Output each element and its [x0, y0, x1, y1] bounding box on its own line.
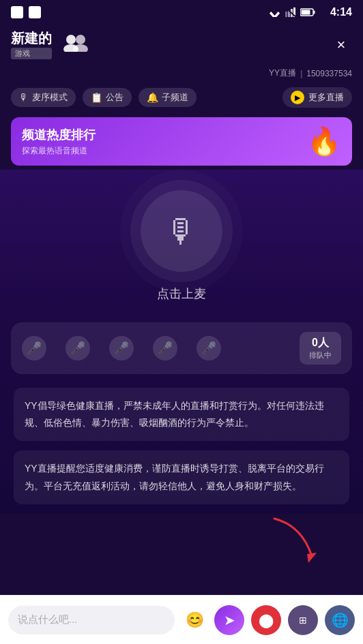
- tap-to-mic-text: 点击上麦: [157, 286, 206, 302]
- banner-subtitle: 探索最热语音频道: [22, 145, 96, 157]
- sub-header: YY直播 | 1509337534: [0, 66, 363, 83]
- queue-row: 🎤 🎤 🎤 🎤 🎤 0人 排队中: [11, 322, 352, 374]
- send-button[interactable]: ➤: [214, 605, 244, 635]
- send-icon: ➤: [224, 612, 235, 628]
- queue-mic-3[interactable]: 🎤: [109, 336, 134, 361]
- svg-marker-0: [270, 12, 280, 17]
- banner-text: 频道热度排行 探索最热语音频道: [22, 127, 96, 157]
- header: 新建的 游戏 ×: [0, 25, 363, 66]
- mic-mode-label: 麦序模式: [32, 91, 68, 104]
- mic-circle-button[interactable]: 🎙: [141, 190, 222, 272]
- mic-mode-button[interactable]: 🎙 麦序模式: [11, 88, 76, 107]
- channel-tag: 游戏: [11, 48, 52, 59]
- queue-info: 0人 排队中: [300, 332, 341, 365]
- emoji-button[interactable]: 😊: [182, 607, 207, 633]
- main-area: 🎙 点击上麦 🎤 🎤 🎤 🎤 🎤 0人 排队中 YY倡导绿色健康直播，严禁未成年…: [0, 170, 363, 514]
- notice-icon: 📋: [91, 92, 102, 103]
- status-square-2: [29, 6, 41, 18]
- mic-mode-icon: 🎙: [19, 92, 29, 103]
- wifi-icon: [269, 7, 281, 17]
- queue-mic-5[interactable]: 🎤: [197, 336, 221, 361]
- sub-header-divider: |: [300, 69, 302, 78]
- banner-area: 频道热度排行 探索最热语音频道 🔥: [0, 113, 363, 170]
- notice-block-2: YY直播提醒您适度健康消费，谨防直播时诱导打赏、脱离平台的交易行为。平台无充值返…: [14, 450, 349, 504]
- subchannel-button[interactable]: 🔔 子频道: [139, 88, 197, 107]
- svg-rect-7: [314, 11, 315, 14]
- status-left-icons: [11, 6, 41, 18]
- notice-text-1: YY倡导绿色健康直播，严禁未成年人的直播和打赏行为。对任何违法违规、低俗色情、暴…: [25, 400, 324, 428]
- svg-marker-13: [307, 553, 317, 563]
- chat-input-area[interactable]: 说点什么吧...: [8, 606, 175, 634]
- toolbar: 🎙 麦序模式 📋 公告 🔔 子频道 ▶ 更多直播: [0, 83, 363, 113]
- earth-icon: 🌐: [332, 612, 349, 628]
- signal-icon: [285, 7, 296, 17]
- notice-area: YY倡导绿色健康直播，严禁未成年人的直播和打赏行为。对任何违法违规、低俗色情、暴…: [11, 388, 352, 514]
- svg-point-9: [66, 35, 76, 44]
- earth-button[interactable]: 🌐: [325, 605, 355, 635]
- more-live-dot: ▶: [291, 91, 304, 104]
- yy-live-label: YY直播: [269, 67, 296, 79]
- queue-mics: 🎤 🎤 🎤 🎤 🎤: [22, 336, 221, 361]
- status-square-1: [11, 6, 23, 18]
- notice-block-1: YY倡导绿色健康直播，严禁未成年人的直播和打赏行为。对任何违法违规、低俗色情、暴…: [14, 388, 349, 441]
- status-bar: 4:14: [0, 0, 363, 25]
- channel-info: 新建的 游戏: [11, 30, 52, 59]
- svg-point-10: [76, 35, 85, 44]
- notice-text-2: YY直播提醒您适度健康消费，谨防直播时诱导打赏、脱离平台的交易行为。平台无充值返…: [25, 463, 324, 491]
- banner-card[interactable]: 频道热度排行 探索最热语音频道 🔥: [11, 117, 352, 166]
- arrow-overlay: [267, 512, 322, 569]
- svg-rect-1: [285, 12, 287, 17]
- user-group-icon[interactable]: [63, 33, 89, 57]
- header-left: 新建的 游戏: [11, 30, 89, 59]
- battery-icon: [300, 8, 315, 16]
- red-icon: ⬤: [259, 612, 274, 628]
- subchannel-label: 子频道: [162, 91, 188, 104]
- status-right-icons: [269, 7, 315, 17]
- channel-name: 新建的: [11, 30, 52, 46]
- banner-title: 频道热度排行: [22, 127, 96, 143]
- more-live-button[interactable]: ▶ 更多直播: [282, 87, 352, 108]
- red-button[interactable]: ⬤: [251, 605, 281, 635]
- mic-large-icon: 🎙: [165, 213, 198, 250]
- notice-button[interactable]: 📋 公告: [83, 88, 132, 107]
- grid-button[interactable]: ⊞: [288, 605, 318, 635]
- queue-count: 0人: [309, 336, 332, 350]
- close-button[interactable]: ×: [330, 34, 352, 56]
- notice-label: 公告: [106, 91, 124, 104]
- chat-placeholder: 说点什么吧...: [18, 613, 78, 626]
- bottom-bar: 说点什么吧... 😊 ➤ ⬤ ⊞ 🌐: [0, 595, 363, 644]
- queue-mic-1[interactable]: 🎤: [22, 336, 46, 361]
- phone-number: 1509337534: [306, 69, 352, 78]
- more-live-label: 更多直播: [308, 91, 344, 104]
- queue-mic-4[interactable]: 🎤: [153, 336, 177, 361]
- fire-icon: 🔥: [307, 125, 341, 157]
- subchannel-icon: 🔔: [147, 92, 158, 103]
- svg-rect-8: [302, 10, 310, 15]
- queue-mic-2[interactable]: 🎤: [66, 336, 90, 361]
- queue-label: 排队中: [309, 350, 332, 361]
- status-time: 4:14: [330, 6, 352, 18]
- arrow-svg: [267, 512, 322, 566]
- grid-icon: ⊞: [299, 615, 307, 626]
